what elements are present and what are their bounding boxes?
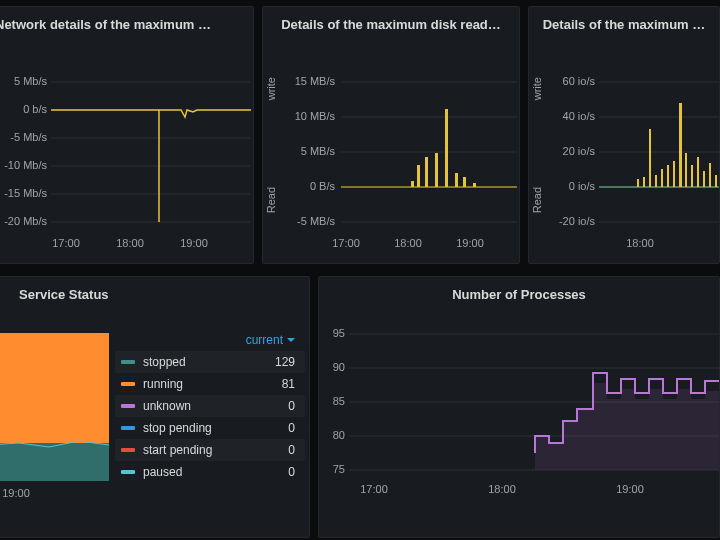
ytick: -20 Mb/s (0, 215, 47, 227)
legend-item-running[interactable]: running81 (115, 373, 305, 395)
xtick: 18:00 (615, 237, 665, 249)
chart-service-status (0, 333, 109, 481)
legend-item-stopped[interactable]: stopped129 (115, 351, 305, 373)
legend-value: 0 (269, 421, 295, 435)
svg-rect-36 (703, 171, 705, 187)
xtick: 17:00 (349, 483, 399, 495)
legend-value: 0 (269, 443, 295, 457)
xtick: 18:00 (477, 483, 527, 495)
svg-rect-35 (697, 157, 699, 187)
legend-label: unknown (143, 399, 269, 413)
xtick: 19:00 (445, 237, 495, 249)
legend-label: stop pending (143, 421, 269, 435)
xtick: 19:00 (605, 483, 655, 495)
ytick: 0 io/s (545, 180, 595, 192)
xtick: 19:00 (169, 237, 219, 249)
legend-swatch (121, 360, 135, 364)
svg-rect-17 (463, 177, 466, 187)
panel-title: Details of the maximum disk read… (263, 7, 519, 38)
ytick: -20 io/s (545, 215, 595, 227)
legend-header-current[interactable]: current (115, 331, 305, 351)
svg-rect-37 (709, 163, 711, 187)
svg-rect-19 (473, 183, 476, 187)
panel-title: Service Status (0, 277, 309, 308)
legend-swatch (121, 404, 135, 408)
legend-label: start pending (143, 443, 269, 457)
ytick: 80 (319, 429, 345, 441)
svg-rect-34 (691, 165, 693, 187)
svg-rect-14 (435, 153, 438, 187)
svg-rect-28 (655, 175, 657, 187)
svg-rect-33 (685, 153, 687, 187)
ytick: 40 io/s (545, 110, 595, 122)
legend-value: 0 (269, 465, 295, 479)
axis-label-read: Read (265, 187, 277, 213)
ytick: 60 io/s (545, 75, 595, 87)
legend-swatch (121, 470, 135, 474)
ytick: 0 B/s (281, 180, 335, 192)
svg-rect-31 (673, 161, 675, 187)
ytick: 10 MB/s (281, 110, 335, 122)
legend-item-unknown[interactable]: unknown0 (115, 395, 305, 417)
svg-rect-27 (649, 129, 651, 187)
svg-rect-18 (411, 181, 414, 187)
legend-swatch (121, 448, 135, 452)
ytick: 20 io/s (545, 145, 595, 157)
svg-rect-40 (637, 179, 639, 187)
panel-service-status[interactable]: Service Status 19:00 current stopped129r… (0, 276, 310, 538)
legend-label: running (143, 377, 269, 391)
svg-rect-29 (661, 169, 663, 187)
ytick: -5 MB/s (281, 215, 335, 227)
ytick: 75 (319, 463, 345, 475)
svg-rect-38 (715, 175, 717, 187)
svg-rect-15 (445, 109, 448, 187)
panel-title: Number of Processes (319, 277, 719, 308)
ytick: 85 (319, 395, 345, 407)
panel-disk[interactable]: Details of the maximum disk read… write … (262, 6, 520, 264)
ytick: 95 (319, 327, 345, 339)
svg-rect-16 (455, 173, 458, 187)
xtick: 17:00 (321, 237, 371, 249)
ytick: 15 MB/s (281, 75, 335, 87)
ytick: -10 Mb/s (0, 159, 47, 171)
legend-label: stopped (143, 355, 269, 369)
legend-label: paused (143, 465, 269, 479)
svg-rect-30 (667, 165, 669, 187)
axis-label-write: write (531, 77, 543, 100)
panel-processes[interactable]: Number of Processes 95 90 85 80 75 17:00… (318, 276, 720, 538)
xtick: 18:00 (383, 237, 433, 249)
legend-item-stop-pending[interactable]: stop pending0 (115, 417, 305, 439)
legend-value: 129 (269, 355, 295, 369)
axis-label-write: write (265, 77, 277, 100)
legend-value: 0 (269, 399, 295, 413)
legend-swatch (121, 426, 135, 430)
panel-title: Network details of the maximum … (0, 7, 253, 38)
panel-io[interactable]: Details of the maximum … write Read 60 i… (528, 6, 720, 264)
ytick: -5 Mb/s (0, 131, 47, 143)
panel-title: Details of the maximum … (529, 7, 719, 38)
svg-rect-13 (425, 157, 428, 187)
svg-rect-32 (679, 103, 682, 187)
ytick: 5 MB/s (281, 145, 335, 157)
axis-label-read: Read (531, 187, 543, 213)
ytick: 0 b/s (0, 103, 47, 115)
legend: current stopped129running81unknown0stop … (115, 331, 305, 483)
svg-rect-26 (643, 177, 645, 187)
ytick: -15 Mb/s (0, 187, 47, 199)
panel-network[interactable]: Network details of the maximum … 5 Mb/s … (0, 6, 254, 264)
xtick: 17:00 (41, 237, 91, 249)
legend-item-paused[interactable]: paused0 (115, 461, 305, 483)
legend-item-start-pending[interactable]: start pending0 (115, 439, 305, 461)
legend-value: 81 (269, 377, 295, 391)
xtick: 18:00 (105, 237, 155, 249)
svg-rect-12 (417, 165, 420, 187)
legend-swatch (121, 382, 135, 386)
xtick: 19:00 (0, 487, 41, 499)
ytick: 5 Mb/s (0, 75, 47, 87)
ytick: 90 (319, 361, 345, 373)
